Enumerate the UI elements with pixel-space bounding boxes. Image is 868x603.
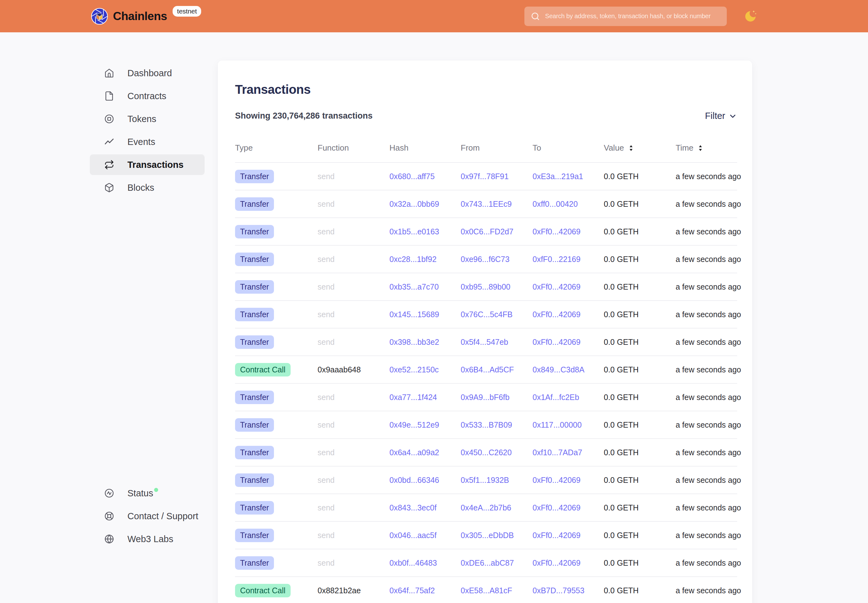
tx-from-link[interactable]: 0xb95...89b00 — [461, 282, 510, 291]
tx-to-link[interactable]: 0xE3a...219a1 — [532, 172, 583, 181]
tx-from-link[interactable]: 0x305...eDbDB — [461, 531, 514, 540]
sidebar-item-label: Contracts — [127, 91, 166, 101]
sidebar-item-label: Events — [127, 137, 155, 147]
tx-from-link[interactable]: 0x6B4...Ad5CF — [461, 365, 514, 374]
brand-name: Chainlens — [113, 10, 167, 23]
tx-hash-link[interactable]: 0x6a4...a09a2 — [390, 448, 439, 457]
tx-function: send — [317, 301, 390, 328]
tx-time: a few seconds ago — [676, 411, 737, 439]
brand[interactable]: Chainlens testnet — [91, 8, 201, 25]
tx-to-link[interactable]: 0xFf0...42069 — [532, 282, 580, 291]
tx-to-link[interactable]: 0xff0...00420 — [532, 199, 578, 208]
home-icon — [104, 68, 114, 78]
tx-from-link[interactable]: 0x4eA...2b7b6 — [461, 503, 511, 512]
tx-hash-link[interactable]: 0xe52...2150c — [390, 365, 439, 374]
tx-from-link[interactable]: 0x0C6...FD2d7 — [461, 227, 514, 236]
table-row: Transfer send 0xb0f...46483 0xDE6...abC8… — [235, 549, 737, 577]
tx-from-link[interactable]: 0x76C...5c4FB — [461, 310, 512, 319]
tx-to-link[interactable]: 0xFf0...42069 — [532, 227, 580, 236]
sidebar-item-events[interactable]: Events — [90, 131, 204, 152]
table-row: Transfer send 0x0bd...66346 0x5f1...1932… — [235, 466, 737, 494]
sort-icon[interactable] — [627, 144, 635, 152]
tx-time: a few seconds ago — [676, 439, 737, 466]
tx-type-badge: Transfer — [235, 225, 274, 238]
tx-from-link[interactable]: 0x5f1...1932B — [461, 476, 509, 484]
tx-hash-link[interactable]: 0x1b5...e0163 — [390, 227, 439, 236]
column-header-value[interactable]: Value — [604, 130, 676, 162]
tx-hash-link[interactable]: 0xc28...1bf92 — [390, 255, 436, 264]
tx-hash-link[interactable]: 0x843...3ec0f — [390, 503, 436, 512]
sidebar-item-tokens[interactable]: Tokens — [90, 108, 204, 129]
tx-hash-link[interactable]: 0xb0f...46483 — [390, 558, 437, 567]
tx-from-link[interactable]: 0x743...1EEc9 — [461, 199, 512, 208]
tx-to-link[interactable]: 0xf10...7ADa7 — [532, 448, 582, 457]
tx-to-link[interactable]: 0xFf0...42069 — [532, 558, 580, 567]
column-header-hash: Hash — [390, 130, 461, 162]
theme-toggle-button[interactable] — [743, 9, 758, 23]
tx-type-badge: Transfer — [235, 446, 274, 459]
tx-hash-link[interactable]: 0x64f...75af2 — [390, 586, 435, 595]
tx-hash-link[interactable]: 0x398...bb3e2 — [390, 337, 439, 346]
tx-hash-link[interactable]: 0xb35...a7c70 — [390, 282, 439, 291]
tx-from-link[interactable]: 0x97f...78F91 — [461, 172, 509, 181]
search-input[interactable] — [545, 12, 721, 20]
tx-function: send — [317, 494, 390, 521]
tx-time: a few seconds ago — [676, 577, 737, 603]
tx-type-badge: Transfer — [235, 252, 274, 266]
sidebar-item-label: Transactions — [127, 160, 184, 170]
tx-to-link[interactable]: 0xfF0...22169 — [532, 255, 580, 264]
tx-hash-link[interactable]: 0x49e...512e9 — [390, 421, 439, 429]
tx-type-badge: Transfer — [235, 170, 274, 183]
tx-hash-link[interactable]: 0x32a...0bb69 — [390, 199, 439, 208]
table-row: Transfer send 0xa77...1f424 0x9A9...bF6f… — [235, 383, 737, 411]
sidebar-item-web3-labs[interactable]: Web3 Labs — [90, 529, 204, 549]
tx-type-badge: Transfer — [235, 197, 274, 211]
tx-from-link[interactable]: 0xE58...A81cF — [461, 586, 512, 595]
tx-to-link[interactable]: 0xB7D...79553 — [532, 586, 584, 595]
tx-from-link[interactable]: 0xe96...f6C73 — [461, 255, 510, 264]
tx-hash-link[interactable]: 0x680...aff75 — [390, 172, 435, 181]
top-header: Chainlens testnet — [0, 0, 868, 32]
tx-from-link[interactable]: 0x450...C2620 — [461, 448, 512, 457]
tx-to-link[interactable]: 0xFf0...42069 — [532, 337, 580, 346]
sidebar-item-contracts[interactable]: Contracts — [90, 86, 204, 107]
table-row: Transfer send 0x49e...512e9 0x533...B7B0… — [235, 411, 737, 439]
tx-to-link[interactable]: 0xFf0...42069 — [532, 531, 580, 540]
tx-hash-link[interactable]: 0x046...aac5f — [390, 531, 436, 540]
tx-value: 0.0 GETH — [604, 439, 676, 466]
tx-from-link[interactable]: 0x9A9...bF6fb — [461, 393, 510, 402]
column-header-function: Function — [317, 130, 390, 162]
tx-value: 0.0 GETH — [604, 190, 676, 218]
tx-to-link[interactable]: 0x849...C3d8A — [532, 365, 584, 374]
tx-function: send — [317, 245, 390, 273]
tx-from-link[interactable]: 0x533...B7B09 — [461, 421, 512, 429]
tx-hash-link[interactable]: 0xa77...1f424 — [390, 393, 437, 402]
tx-to-link[interactable]: 0x117...00000 — [532, 421, 582, 429]
sort-icon[interactable] — [696, 144, 704, 152]
tx-to-link[interactable]: 0x1Af...fc2Eb — [532, 393, 579, 402]
tx-from-link[interactable]: 0xDE6...abC87 — [461, 558, 514, 567]
tx-time: a few seconds ago — [676, 494, 737, 521]
sidebar-item-status[interactable]: Status — [90, 483, 204, 504]
search-bar[interactable] — [525, 6, 727, 26]
tx-to-link[interactable]: 0xFf0...42069 — [532, 476, 580, 484]
sidebar-item-transactions[interactable]: Transactions — [90, 155, 204, 175]
tx-type-badge: Transfer — [235, 308, 274, 321]
tx-time: a few seconds ago — [676, 190, 737, 218]
table-row: Transfer send 0xb35...a7c70 0xb95...89b0… — [235, 273, 737, 301]
tx-from-link[interactable]: 0x5f4...547eb — [461, 337, 508, 346]
sidebar-item-contact-support[interactable]: Contact / Support — [90, 506, 204, 526]
tx-hash-link[interactable]: 0x145...15689 — [390, 310, 439, 319]
page-title: Transactions — [235, 77, 737, 97]
tx-to-link[interactable]: 0xFf0...42069 — [532, 503, 580, 512]
search-icon — [531, 12, 540, 21]
sidebar-item-dashboard[interactable]: Dashboard — [90, 63, 204, 83]
tx-hash-link[interactable]: 0x0bd...66346 — [390, 476, 439, 484]
table-row: Transfer send 0x145...15689 0x76C...5c4F… — [235, 301, 737, 328]
tx-time: a few seconds ago — [676, 383, 737, 411]
filter-button[interactable]: Filter — [705, 111, 737, 121]
column-header-time[interactable]: Time — [676, 130, 737, 162]
tx-to-link[interactable]: 0xFf0...42069 — [532, 310, 580, 319]
sidebar-item-blocks[interactable]: Blocks — [90, 177, 204, 198]
table-row: Transfer send 0x680...aff75 0x97f...78F9… — [235, 162, 737, 190]
